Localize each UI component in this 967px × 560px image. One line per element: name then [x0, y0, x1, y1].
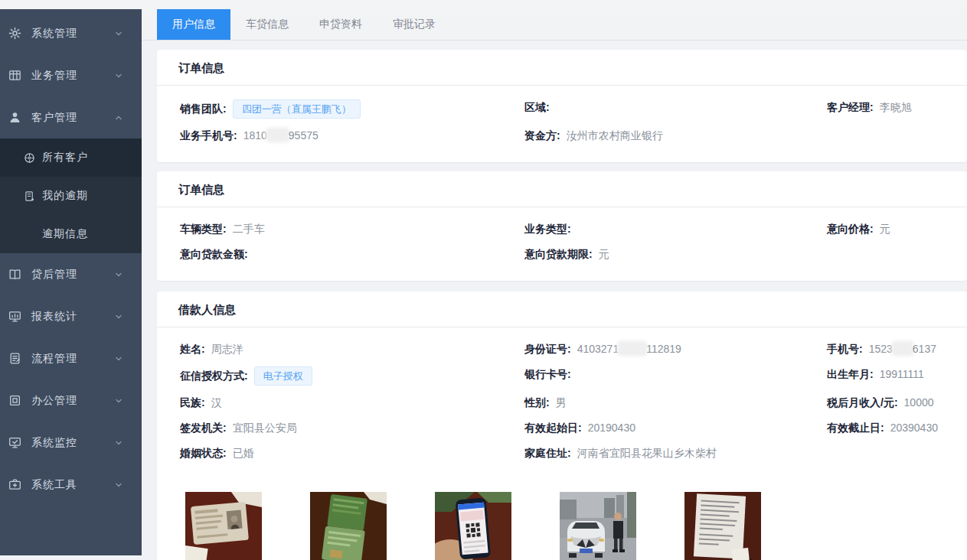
sidebar-item-label: 系统管理	[31, 27, 77, 41]
field-region: 区域:	[524, 99, 827, 119]
field-value: 10000	[904, 396, 934, 409]
field-value: 李晓旭	[880, 101, 912, 113]
field-value: 河南省宜阳县花果山乡木柴村	[577, 447, 717, 459]
sidebar-subitem-all-customers[interactable]: 所有客户	[0, 138, 142, 177]
book-icon	[8, 268, 21, 281]
field-label: 税后月收入/元:	[827, 396, 898, 409]
office-icon	[8, 394, 21, 407]
monitor-check-icon	[8, 436, 21, 449]
credit-qr-photo[interactable]	[435, 492, 511, 560]
sidebar-subitem-label: 我的逾期	[42, 189, 88, 203]
grid-icon	[8, 69, 21, 82]
field-label: 区域:	[524, 101, 550, 113]
tab-approval-records[interactable]: 审批记录	[377, 9, 451, 40]
field-value: 20190430	[588, 422, 635, 434]
gear-icon	[8, 27, 21, 40]
car-person-photo[interactable]	[560, 492, 636, 560]
field-bank-card: 银行卡号:	[524, 366, 827, 386]
sidebar-subitem-overdue-info[interactable]: 逾期信息	[0, 215, 142, 253]
sidebar-item-label: 办公管理	[31, 394, 77, 408]
tab-car-loan-info[interactable]: 车贷信息	[230, 9, 304, 40]
field-account-manager: 客户经理:李晓旭	[827, 99, 944, 119]
tab-loan-application-docs[interactable]: 申贷资料	[304, 9, 377, 40]
field-borrower-name: 姓名:周志洋	[180, 341, 524, 357]
field-value: 19911111	[880, 368, 924, 380]
card-title: 借款人信息	[157, 291, 967, 327]
field-business-type: 业务类型:	[524, 221, 827, 237]
field-value: 4103271112819	[577, 343, 681, 355]
thumb-id-card-photo: 身份证	[185, 492, 262, 560]
tab-bar: 用户信息车贷信息申贷资料审批记录	[142, 9, 967, 41]
field-value: 周志洋	[211, 343, 243, 355]
field-label: 有效截止日:	[827, 422, 884, 434]
chevron-down-icon	[114, 71, 123, 80]
card-fields: 车辆类型:二手车业务类型:意向价格:元意向贷款金额:意向贷款期限:元	[157, 207, 967, 281]
sidebar-item-label: 报表统计	[31, 310, 77, 324]
field-value: 元	[880, 223, 890, 235]
field-funder: 资金方:汝州市农村商业银行	[524, 128, 827, 144]
field-label: 家庭住址:	[524, 447, 571, 459]
field-value: 汉	[211, 396, 222, 409]
field-home-address: 家庭住址:河南省宜阳县花果山乡木柴村	[524, 445, 827, 461]
sidebar-item-system-monitor[interactable]: 系统监控	[0, 422, 142, 464]
tag-sales-team[interactable]: 四团一营（直属王鹏飞）	[233, 99, 361, 119]
field-ethnicity: 民族:汉	[180, 395, 524, 411]
sidebar-subitem-my-overdue[interactable]: 我的逾期	[0, 177, 142, 215]
field-label: 身份证号:	[524, 343, 571, 355]
sidebar-item-system-tools[interactable]: 系统工具	[0, 464, 142, 506]
field-value: 元	[599, 248, 609, 260]
field-sales-team: 销售团队:四团一营（直属王鹏飞）	[180, 99, 524, 119]
field-value: 20390430	[890, 422, 938, 434]
license-booklet-photo[interactable]	[310, 492, 387, 560]
attachment-thumbnails: 身份证驾驶证照片征信截图人车合影其他材料	[185, 492, 967, 560]
field-label: 客户经理:	[827, 101, 874, 113]
field-mobile: 手机号:15236137	[827, 341, 944, 357]
toolbox-icon	[8, 478, 21, 491]
main-content: 用户信息车贷信息申贷资料审批记录 订单信息销售团队:四团一营（直属王鹏飞）区域:…	[142, 9, 967, 560]
sidebar-item-system-management[interactable]: 系统管理	[0, 12, 142, 54]
card-order-info-2: 订单信息车辆类型:二手车业务类型:意向价格:元意向贷款金额:意向贷款期限:元	[157, 171, 967, 281]
tab-user-info[interactable]: 用户信息	[157, 9, 230, 40]
sidebar-item-report-statistics[interactable]: 报表统计	[0, 295, 142, 337]
sidebar-subitem-label: 所有客户	[42, 151, 88, 164]
field-label: 手机号:	[827, 343, 863, 355]
sidebar-item-label: 系统监控	[31, 436, 77, 450]
field-label: 车辆类型:	[180, 223, 227, 235]
thumb-paper-doc-photo: 其他材料	[684, 492, 761, 560]
field-intent-loan-amount: 意向贷款金额:	[180, 246, 524, 262]
field-value: 男	[556, 396, 567, 409]
app-window: 系统管理业务管理客户管理所有客户我的逾期逾期信息贷后管理报表统计流程管理办公管理…	[0, 0, 967, 560]
redacted-blur	[893, 343, 912, 354]
id-card-photo[interactable]	[185, 492, 262, 560]
sidebar-item-customer-management[interactable]: 客户管理	[0, 96, 142, 138]
field-label: 资金方:	[524, 129, 560, 142]
sidebar-item-process-management[interactable]: 流程管理	[0, 337, 142, 379]
user-icon	[8, 111, 21, 124]
field-intent-loan-term: 意向贷款期限:元	[524, 246, 827, 262]
tag-credit-auth-method[interactable]: 电子授权	[254, 366, 312, 386]
sidebar-subitem-label: 逾期信息	[42, 227, 88, 241]
sidebar-item-label: 系统工具	[31, 478, 77, 492]
submenu-customer-management: 所有客户我的逾期逾期信息	[0, 138, 142, 253]
field-label: 民族:	[180, 396, 205, 409]
sidebar-item-office-management[interactable]: 办公管理	[0, 379, 142, 422]
chevron-down-icon	[114, 354, 123, 363]
paper-doc-photo[interactable]	[684, 492, 761, 560]
monitor-icon	[8, 310, 21, 323]
field-value: 宜阳县公安局	[233, 422, 297, 434]
field-label: 意向价格:	[827, 223, 874, 235]
chevron-down-icon	[114, 270, 123, 279]
field-credit-auth-method: 征信授权方式:电子授权	[180, 366, 524, 386]
sidebar-item-post-loan-management[interactable]: 贷后管理	[0, 253, 142, 295]
field-label: 业务类型:	[524, 223, 571, 235]
field-label: 业务手机号:	[180, 129, 237, 142]
chevron-down-icon	[114, 438, 123, 448]
redacted-blur	[268, 129, 288, 141]
field-label: 意向贷款金额:	[180, 248, 248, 260]
field-vehicle-type: 车辆类型:二手车	[180, 221, 524, 237]
sidebar-item-business-management[interactable]: 业务管理	[0, 54, 142, 96]
field-label: 姓名:	[180, 343, 205, 355]
redacted-blur	[619, 343, 645, 354]
customer-service-icon	[24, 152, 35, 164]
chevron-down-icon	[114, 480, 123, 490]
